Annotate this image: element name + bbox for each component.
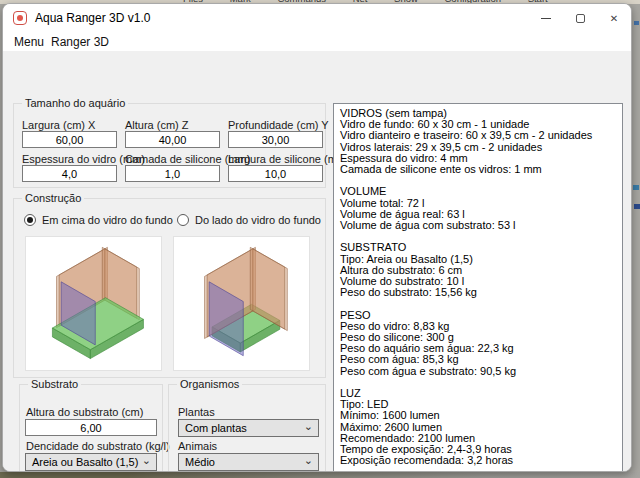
group-construcao: Construção Em cima do vidro do fundo Do … [13,198,326,378]
background-icon [634,21,639,25]
menu-item-menu[interactable]: Menu [10,34,48,50]
minimize-button[interactable] [529,4,563,32]
result-line: Peso com água e substrato: 90,5 kg [340,366,616,377]
group-tamanho-do-aquario: Tamanho do aquário Largura (cm) X Altura… [13,103,326,188]
largura-silicone-label: Largura de silicone (mm) [228,153,350,165]
results-panel[interactable]: VIDROS (sem tampa) Vidro de fundo: 60 x … [333,103,623,472]
background-icon [634,204,640,209]
background-window-bottom [0,472,640,478]
result-line [340,298,616,309]
aquarium-3d-on-side-icon [174,237,309,370]
densidade-substrato-select[interactable]: Areia ou Basalto (1,5) ⌄ [25,453,157,471]
radio-selected-icon [24,214,36,226]
animais-label: Animais [178,440,217,452]
chevron-down-icon: ⌄ [304,454,313,467]
group-title: Substrato [28,378,81,390]
espessura-vidro-input[interactable] [22,165,117,182]
result-line: Volume de água com substrato: 53 l [340,220,616,231]
title-bar[interactable]: Aqua Ranger 3D v1.0 ✕ [3,4,631,32]
altura-substrato-input[interactable] [25,419,157,436]
close-button[interactable]: ✕ [597,4,631,32]
group-title: Organismos [177,378,242,390]
client-area: Tamanho do aquário Largura (cm) X Altura… [3,51,631,472]
result-line: SUBSTRATO [340,242,616,253]
selected-value: Areia ou Basalto (1,5) [32,456,138,468]
chevron-down-icon: ⌄ [304,420,313,433]
animais-select[interactable]: Médio ⌄ [178,453,319,471]
altura-substrato-label: Altura do substrato (cm) [26,406,143,418]
aquarium-3d-on-top-icon [26,237,161,370]
menu-item-ranger-3d[interactable]: Ranger 3D [47,34,113,50]
radio-label: Do lado do vidro do fundo [195,214,321,226]
result-line [340,377,616,388]
radio-label: Em cima do vidro do fundo [42,214,173,226]
background-icon [633,185,639,190]
close-icon: ✕ [610,13,618,24]
result-line: Camada de silicone ente os vidros: 1 mm [340,164,616,175]
minimize-icon [541,18,551,19]
window-title: Aqua Ranger 3D v1.0 [35,11,150,25]
result-line [340,466,616,472]
app-icon-dot [17,15,23,21]
group-organismos: Organismos Plantas Com plantas ⌄ Animais… [168,384,326,472]
group-title: Tamanho do aquário [22,97,128,109]
desktop-background: Files Mark Commands Net Show Configurati… [0,0,640,478]
result-line: Exposição recomendada: 3,2 horas [340,455,616,466]
group-title: Construção [22,192,84,204]
largura-silicone-input[interactable] [228,165,323,182]
app-window: Aqua Ranger 3D v1.0 ✕ Menu Ranger 3D Tam… [2,3,632,472]
result-line: Peso com água: 85,3 kg [340,354,616,365]
camada-silicone-input[interactable] [125,165,220,182]
altura-label: Altura (cm) Z [125,119,189,131]
chevron-down-icon: ⌄ [142,454,151,467]
radio-unselected-icon [177,214,189,226]
profundidade-input[interactable] [228,131,323,148]
plantas-label: Plantas [178,406,215,418]
plantas-select[interactable]: Com plantas ⌄ [178,419,319,437]
selected-value: Médio [185,456,215,468]
menu-bar: Menu Ranger 3D [3,32,631,51]
result-line: Peso do substrato: 15,56 kg [340,287,616,298]
selected-value: Com plantas [185,422,247,434]
window-controls: ✕ [529,4,631,32]
result-line: Vidro dianteiro e traseiro: 60 x 39,5 cm… [340,130,616,141]
maximize-button[interactable] [563,4,597,32]
construction-on-side-illustration [173,236,310,371]
maximize-icon [576,14,585,23]
result-line: VOLUME [340,186,616,197]
construction-on-top-illustration [25,236,162,371]
largura-input[interactable] [22,131,117,148]
result-line: Mínimo: 1600 lumen [340,410,616,421]
app-icon [13,11,27,25]
densidade-substrato-label: Dencidade do substrato (kg/l) [26,440,170,452]
largura-label: Largura (cm) X [22,119,95,131]
altura-input[interactable] [125,131,220,148]
group-substrato: Substrato Altura do substrato (cm) Denci… [19,384,163,472]
profundidade-label: Profundidade (cm) Y [228,119,329,131]
